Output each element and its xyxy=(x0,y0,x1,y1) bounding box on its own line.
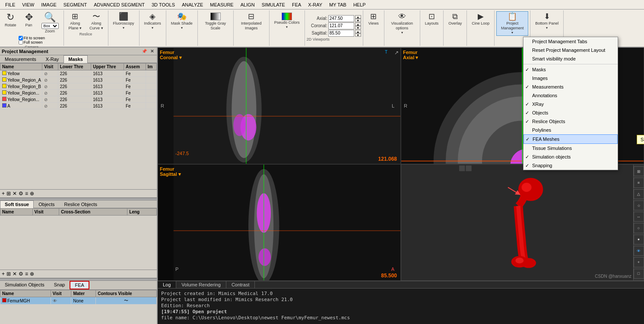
axial-up-button[interactable]: ▲ xyxy=(355,15,361,19)
coronal-down-button[interactable]: ▼ xyxy=(355,26,361,29)
menu-view[interactable]: VIEW xyxy=(19,1,38,8)
row-link-icon[interactable]: ⊘ xyxy=(44,97,48,102)
project-management-button[interactable]: 📋 Project Management ▾ xyxy=(496,11,528,36)
dropdown-annotations[interactable]: Annotations xyxy=(523,91,618,100)
dropdown-polylines[interactable]: Polylines xyxy=(523,126,618,134)
mask-extra-button[interactable]: ⊕ xyxy=(30,191,34,197)
menu-advanced-segment[interactable]: ADVANCED SEGMENT xyxy=(90,1,148,8)
table-row[interactable]: Yellow_Region_A ⊘ 226 1613 Fe xyxy=(0,77,157,83)
sagittal-input[interactable] xyxy=(328,30,354,37)
st-settings-button[interactable]: ⚙ xyxy=(19,271,23,277)
3d-btn-8[interactable]: 👁 xyxy=(634,246,644,256)
tab-objects[interactable]: Objects xyxy=(34,200,59,208)
menu-align[interactable]: ALIGN xyxy=(237,1,258,8)
sagittal-label[interactable]: FemurSagittal ▾ xyxy=(160,166,181,177)
viz-options-button[interactable]: 👁 Visualization options ▾ xyxy=(386,11,418,36)
fluoroscopy-button[interactable]: ⬛ Fluoroscopy ▾ xyxy=(110,11,137,31)
3d-btn-6[interactable]: ○ xyxy=(634,223,644,233)
tab-snap[interactable]: Snap xyxy=(49,281,70,289)
along-plane-button[interactable]: ⊞ AlongPlane ▾ xyxy=(66,11,85,32)
log-tab-contrast[interactable]: Contrast xyxy=(226,281,255,288)
tab-masks[interactable]: Masks xyxy=(63,55,88,63)
3d-btn-9[interactable]: + xyxy=(634,257,644,267)
row-link-icon[interactable]: ⊘ xyxy=(44,84,48,89)
viewport-coronal[interactable]: FemurCoronal ▾ T ↗ xyxy=(158,48,401,164)
table-row[interactable]: Yellow_Region... ⊘ 226 1613 Fe xyxy=(0,96,157,103)
indicators-button[interactable]: ◈ Indicators ▾ xyxy=(141,11,164,31)
bottom-panel-button[interactable]: ⬇ Bottom Panel ▾ xyxy=(532,11,562,31)
dropdown-reset-layout[interactable]: Reset Project Management Layout xyxy=(523,46,618,54)
coronal-label[interactable]: FemurCoronal ▾ xyxy=(160,50,182,60)
st-extra-button[interactable]: ⊕ xyxy=(30,271,34,277)
dropdown-fea-meshes[interactable]: FEA Meshes Show/Hide FEA Meshes tab xyxy=(523,134,618,144)
tab-reslice-objects[interactable]: Reslice Objects xyxy=(60,200,102,208)
dropdown-objects[interactable]: Objects xyxy=(523,108,618,117)
viewport-sagittal[interactable]: FemurSagittal ▾ T ↗ xyxy=(158,164,401,281)
overlay-button[interactable]: ⧉ Overlay xyxy=(445,11,465,27)
dropdown-tissue-simulations[interactable]: Tissue Simulations xyxy=(523,144,618,152)
3d-btn-2[interactable]: ≡ xyxy=(634,178,644,187)
axial-down-button[interactable]: ▼ xyxy=(355,19,361,22)
tab-sim-objects[interactable]: Simulation Objects xyxy=(0,281,49,289)
sagittal-down-button[interactable]: ▼ xyxy=(355,33,361,37)
3d-btn-7[interactable]: ● xyxy=(634,235,644,245)
views-button[interactable]: ⊞ Views xyxy=(365,11,382,27)
row-link-icon[interactable]: ⊘ xyxy=(44,78,48,83)
full-screen-checkbox[interactable] xyxy=(19,40,23,44)
duplicate-mask-button[interactable]: ⊞ xyxy=(6,191,11,197)
add-mask-button[interactable]: + xyxy=(2,191,5,197)
menu-simulate[interactable]: SIMULATE xyxy=(258,1,289,8)
dropdown-reslice-objects[interactable]: Reslice Objects xyxy=(523,117,618,126)
3d-btn-5[interactable]: ↔ xyxy=(634,212,644,222)
log-tab-volume[interactable]: Volume Rendering xyxy=(176,281,226,288)
dropdown-masks[interactable]: Masks xyxy=(523,65,618,74)
menu-mytab[interactable]: MY TAB xyxy=(326,1,350,8)
menu-3d-tools[interactable]: 3D TOOLS xyxy=(148,1,178,8)
dropdown-snapping[interactable]: Snapping xyxy=(523,161,618,170)
dropdown-project-management-tabs[interactable]: Project Management Tabs xyxy=(523,37,618,46)
row-link-icon[interactable]: ⊘ xyxy=(44,104,48,108)
menu-xray[interactable]: X-RAY xyxy=(305,1,326,8)
3d-btn-3[interactable]: △ xyxy=(634,189,644,199)
axial-viewport-label[interactable]: FemurAxial ▾ xyxy=(403,50,418,60)
tab-measurements[interactable]: Measurements xyxy=(0,55,41,63)
delete-st-button[interactable]: ✕ xyxy=(13,271,17,277)
dropdown-xray[interactable]: XRay xyxy=(523,100,618,108)
cine-loop-button[interactable]: ▶ Cine Loop xyxy=(469,11,492,27)
mask-menu-button[interactable]: ≡ xyxy=(25,191,28,197)
rotate-button[interactable]: ↻ Rotate xyxy=(2,11,19,35)
tab-soft-tissue[interactable]: Soft tissue xyxy=(0,200,34,208)
pseudo-colors-button[interactable]: Pseudo Colors ▾ xyxy=(271,11,303,30)
menu-help[interactable]: HELP xyxy=(350,1,369,8)
3d-btn-4[interactable]: ☆ xyxy=(634,200,644,210)
layouts-button[interactable]: ⊡ Layouts xyxy=(422,11,442,27)
table-row[interactable]: Yellow_Region_B ⊘ 226 1613 Fe xyxy=(0,83,157,90)
st-menu-button[interactable]: ≡ xyxy=(25,271,28,277)
panel-pin-button[interactable]: 📌 xyxy=(140,48,148,54)
fit-to-screen-checkbox[interactable] xyxy=(19,36,23,40)
dropdown-measurements[interactable]: Measurements xyxy=(523,83,618,91)
menu-fea[interactable]: FEA xyxy=(289,1,305,8)
coronal-up-button[interactable]: ▲ xyxy=(355,22,361,26)
table-row[interactable]: FemurMGH 👁 None 〜 xyxy=(0,297,157,305)
dropdown-smart-visibility[interactable]: Smart visibility mode xyxy=(523,54,618,63)
menu-image[interactable]: IMAGE xyxy=(38,1,60,8)
mask-shade-button[interactable]: 🎭 Mask Shade ▾ xyxy=(168,11,196,31)
duplicate-st-button[interactable]: ⊞ xyxy=(6,271,11,277)
delete-mask-button[interactable]: ✕ xyxy=(13,191,17,197)
panel-close-button[interactable]: ✕ xyxy=(149,48,155,54)
add-st-button[interactable]: + xyxy=(2,271,5,277)
table-row[interactable]: A ⊘ 226 1613 Fe xyxy=(0,103,157,109)
table-row[interactable]: Yellow_Region... ⊘ 226 1613 Fe xyxy=(0,90,157,96)
3d-btn-1[interactable]: ⊞ xyxy=(634,166,644,176)
menu-analyze[interactable]: ANALYZE xyxy=(178,1,206,8)
zoom-select[interactable]: Box Free xyxy=(41,23,59,29)
mask-settings-button[interactable]: ⚙ xyxy=(19,191,23,197)
row-link-icon[interactable]: ⊘ xyxy=(44,91,48,95)
sagittal-up-button[interactable]: ▲ xyxy=(355,30,361,33)
row-link-icon[interactable]: ⊘ xyxy=(44,71,48,76)
log-tab-log[interactable]: Log xyxy=(158,281,176,288)
3d-btn-10[interactable]: □ xyxy=(634,269,644,279)
menu-segment[interactable]: SEGMENT xyxy=(60,1,90,8)
row-visible-icon[interactable]: 👁 xyxy=(53,299,57,303)
